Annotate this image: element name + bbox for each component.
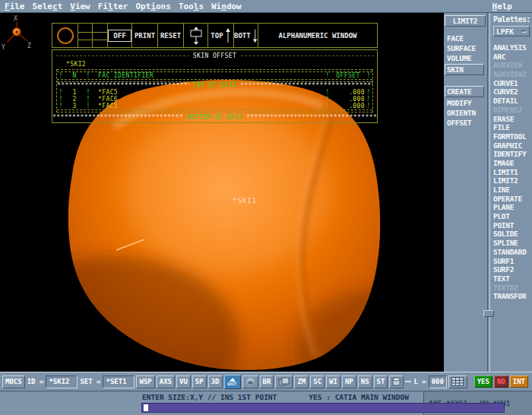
sp-button[interactable]: SP (192, 375, 207, 388)
palette-item-text[interactable]: TEXT (493, 274, 532, 284)
palette-item-spline[interactable]: SPLINE (493, 239, 532, 248)
menu-window[interactable]: Window (211, 2, 242, 11)
palette-item-curve2[interactable]: CURVE2 (493, 87, 532, 97)
palette-item-detail[interactable]: DETAIL (493, 97, 532, 106)
mbcs-button[interactable]: MBCS (2, 375, 25, 388)
bott-button[interactable]: BOTT (233, 24, 258, 47)
3d-button[interactable]: 3D (208, 375, 223, 388)
palette-selector-dropdown[interactable]: LPFK (493, 26, 530, 36)
keypad-icon-button[interactable] (448, 375, 467, 388)
axs-button[interactable]: AXS (157, 375, 175, 388)
int-button[interactable]: INT (510, 375, 528, 388)
offset-row-fac5[interactable]: !1!*FAC5!.000! (57, 89, 372, 96)
panel-title-line: ----------------------------------------… (52, 52, 377, 59)
l-label: L = (413, 378, 426, 385)
divider-sash-handle[interactable] (483, 310, 494, 317)
menu-help[interactable]: Help (492, 2, 513, 11)
st-button[interactable]: ST (374, 375, 388, 388)
ns-button[interactable]: NS (358, 375, 372, 388)
menu-select[interactable]: Select (33, 2, 63, 11)
exit-button[interactable]: EXIT (224, 375, 241, 389)
sidebar: LIMIT2 FACESURFACEVOLUMESKIN CREATEMODIF… (444, 13, 532, 372)
shaded-render-icon-button[interactable] (242, 375, 258, 388)
offset-row-fac6[interactable]: !2!*FAC6!.000! (57, 96, 372, 103)
cylinder-icon-button[interactable] (389, 375, 404, 388)
menu-filter[interactable]: Filter (98, 2, 128, 11)
overlap-windows-icon (278, 377, 290, 386)
zm-button[interactable]: ZM (294, 375, 309, 388)
palette-item-identify[interactable]: IDENTIFY (493, 150, 532, 159)
viewport-3d[interactable]: *SKI1 X Y Z OFF PRI (0, 13, 444, 372)
menu-view[interactable]: View (70, 2, 90, 11)
set-field[interactable]: *SET1 (103, 375, 135, 388)
palette-item-dimens2[interactable]: DIMENS2 (493, 106, 532, 115)
palette-item-formtool[interactable]: FORMTOOL (493, 132, 532, 141)
function-item-create[interactable]: CREATE (445, 86, 484, 97)
palette-item-analysis[interactable]: ANALYSIS (493, 43, 532, 52)
off-button[interactable]: OFF (108, 30, 131, 42)
palette-item-limit1[interactable]: LIMIT1 (493, 168, 532, 177)
page-scroll-button[interactable] (183, 24, 207, 47)
palette-item-auxview[interactable]: AUXVIEW (493, 61, 532, 70)
l-field[interactable]: 000 (429, 375, 447, 388)
reset-button[interactable]: RESET (157, 24, 183, 47)
menu-tools[interactable]: Tools (179, 2, 204, 11)
bottom-of-data-marker: ****************************************… (52, 114, 377, 121)
function-item-surface[interactable]: SURFACE (447, 44, 487, 52)
catia-main-window: FileSelectViewFilterOptionsToolsWindow H… (0, 0, 532, 415)
sc-button[interactable]: SC (310, 375, 325, 388)
palette-item-file[interactable]: FILE (493, 123, 532, 132)
palettes-pane: Palettes: LPFK ANALYSISARCAUXVIEWAUXVIEW… (490, 13, 532, 372)
wsp-button[interactable]: WSP (136, 375, 154, 388)
palette-item-auxview2[interactable]: AUXVIEW2 (493, 70, 532, 79)
function-item-orientn[interactable]: ORIENTN (447, 109, 487, 117)
svg-text:Y: Y (2, 44, 5, 51)
command-input-field[interactable] (141, 403, 505, 413)
palette-item-operate[interactable]: OPERATE (493, 195, 532, 204)
print-button[interactable]: PRINT (131, 24, 157, 47)
palette-item-point[interactable]: POINT (493, 221, 532, 230)
function-item-volume[interactable]: VOLUME (447, 54, 487, 62)
palette-item-transfor[interactable]: TRANSFOR (493, 292, 532, 301)
np-button[interactable]: NP (342, 375, 356, 388)
palette-item-surf1[interactable]: SURF1 (493, 257, 532, 266)
overlap-windows-icon-button[interactable] (275, 375, 293, 388)
palette-item-surf2[interactable]: SURF2 (493, 265, 532, 274)
palette-item-curve1[interactable]: CURVE1 (493, 79, 532, 88)
palette-item-plot[interactable]: PLOT (493, 212, 532, 221)
option-menu-dash-icon (521, 30, 527, 33)
window-id-icon[interactable] (52, 24, 78, 47)
no-button[interactable]: NO (494, 375, 508, 388)
function-item-face[interactable]: FACE (447, 34, 487, 43)
palette-item-standard[interactable]: STANDARD (493, 248, 532, 257)
column-fac-identifier: FAC IDENTIFIER (92, 72, 324, 79)
palette-item-solide[interactable]: SOLIDE (493, 230, 532, 239)
palette-item-graphic[interactable]: GRAPHIC (493, 141, 532, 150)
palette-item-arc[interactable]: ARC (493, 52, 532, 62)
palette-item-image[interactable]: IMAGE (493, 159, 532, 168)
top-button[interactable]: TOP (207, 24, 233, 47)
id-label: ID = (27, 378, 45, 385)
palette-item-plane[interactable]: PLANE (493, 203, 532, 212)
offset-table: ! N ! FAC IDENTIFIER ! OFFSET ! ********… (56, 69, 373, 112)
svg-text:X: X (14, 15, 17, 22)
palette-item-textd2[interactable]: TEXTD2 (493, 284, 532, 293)
palette-item-erase[interactable]: ERASE (493, 115, 532, 124)
function-title: LIMIT2 (445, 15, 486, 27)
yes-button[interactable]: YES (474, 375, 492, 388)
menu-options[interactable]: Options (136, 2, 171, 11)
id-field[interactable]: *SKI2 (46, 375, 78, 388)
offset-row-fac1[interactable]: !3!*FAC1!.000! (57, 103, 372, 109)
menu-file[interactable]: File (5, 2, 25, 11)
palette-item-limit2[interactable]: LIMIT2 (493, 176, 532, 185)
bottom-toolbar: MBCS ID = *SKI2 SET = *SET1 WSP AXS VU S… (0, 372, 532, 391)
vu-button[interactable]: VU (176, 375, 191, 388)
function-item-offset[interactable]: OFFSET (447, 119, 487, 127)
function-item-skin[interactable]: SKIN (445, 64, 484, 75)
circle-icon (57, 27, 74, 44)
br-button[interactable]: BR (260, 375, 274, 388)
palette-item-line[interactable]: LINE (493, 185, 532, 195)
function-item-modify[interactable]: MODIFY (447, 99, 487, 107)
wi-button[interactable]: WI (326, 375, 340, 388)
grid-icon (78, 24, 107, 47)
